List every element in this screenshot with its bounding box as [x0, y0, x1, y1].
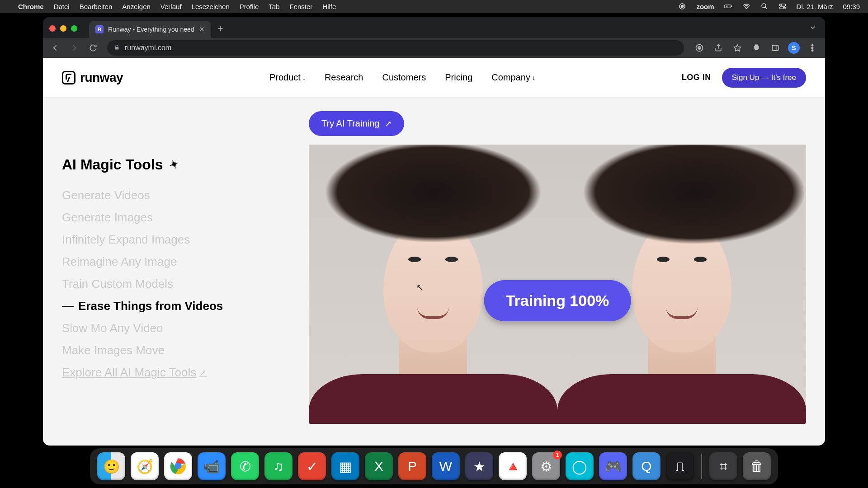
- signup-button[interactable]: Sign Up — It's free: [722, 68, 806, 88]
- bookmark-star-icon[interactable]: [731, 42, 744, 54]
- page-content: Try AI Training ↗ AI Magic Tools ✦ Gener…: [43, 98, 825, 446]
- tool-list: Generate Videos Generate Images Infinite…: [62, 188, 279, 380]
- close-window-button[interactable]: [49, 25, 56, 32]
- dock-trello[interactable]: ▦: [331, 452, 359, 480]
- main-nav: Product↓ Research Customers Pricing Comp…: [123, 72, 682, 83]
- new-tab-button[interactable]: +: [217, 23, 223, 34]
- record-icon[interactable]: [678, 2, 686, 10]
- profile-avatar[interactable]: S: [788, 42, 800, 54]
- dock-settings[interactable]: ⚙1: [532, 452, 560, 480]
- svg-point-16: [811, 45, 813, 46]
- chevron-down-icon: ↓: [532, 74, 535, 81]
- tab-title: Runway - Everything you need: [108, 26, 194, 33]
- search-icon[interactable]: [760, 2, 769, 10]
- svg-line-6: [765, 7, 767, 9]
- dock-chrome[interactable]: [164, 452, 192, 480]
- menu-bearbeiten[interactable]: Bearbeiten: [80, 3, 113, 10]
- google-account-icon[interactable]: G: [693, 42, 706, 54]
- menubar-date[interactable]: Di. 21. März: [797, 3, 833, 10]
- lock-icon: [113, 44, 120, 52]
- dock-imovie[interactable]: ★: [465, 452, 493, 480]
- battery-icon[interactable]: [724, 2, 732, 10]
- share-icon[interactable]: [712, 42, 725, 54]
- chevron-down-icon: ↓: [302, 74, 306, 81]
- menu-fenster[interactable]: Fenster: [290, 3, 313, 10]
- magic-wand-icon: ✦: [167, 156, 181, 173]
- dock-whatsapp[interactable]: ✆: [231, 452, 259, 480]
- dock-finder[interactable]: 🙂: [97, 452, 125, 480]
- dock-todoist[interactable]: ✓: [298, 452, 326, 480]
- dock-trash[interactable]: 🗑: [743, 452, 771, 480]
- extensions-icon[interactable]: [750, 42, 763, 54]
- nav-pricing[interactable]: Pricing: [445, 72, 472, 83]
- svg-point-10: [783, 7, 784, 9]
- browser-tab[interactable]: R Runway - Everything you need ✕: [89, 21, 211, 38]
- cta-label: Try AI Training: [321, 118, 379, 129]
- tool-slow-mo[interactable]: Slow Mo Any Video: [62, 321, 279, 335]
- tool-generate-videos[interactable]: Generate Videos: [62, 188, 279, 202]
- fullscreen-window-button[interactable]: [71, 25, 77, 32]
- address-bar[interactable]: runwayml.com: [107, 40, 684, 56]
- svg-point-1: [681, 5, 684, 8]
- url-text: runwayml.com: [125, 44, 171, 52]
- dock-excel[interactable]: X: [365, 452, 393, 480]
- menu-tab[interactable]: Tab: [269, 3, 279, 10]
- back-button[interactable]: [47, 40, 63, 56]
- tool-train-models[interactable]: Train Custom Models: [62, 277, 279, 291]
- nav-company[interactable]: Company↓: [491, 72, 535, 83]
- chrome-menu-icon[interactable]: [806, 42, 819, 54]
- login-link[interactable]: LOG IN: [682, 73, 711, 82]
- mac-dock: 🙂 🧭 📹 ✆ ♫ ✓ ▦ X P W ★ 🔺 ⚙1 ◯ 🎮 Q ⎍ ⌗ 🗑: [90, 448, 778, 484]
- try-ai-training-button[interactable]: Try AI Training ↗: [309, 111, 404, 136]
- dock-word[interactable]: W: [432, 452, 460, 480]
- sidepanel-icon[interactable]: [769, 42, 782, 54]
- menubar-time[interactable]: 09:39: [843, 3, 860, 10]
- menu-verlauf[interactable]: Verlauf: [160, 3, 182, 10]
- wifi-icon[interactable]: [742, 2, 750, 10]
- hero-video-preview: ↖ Training 100%: [309, 145, 806, 424]
- menu-datei[interactable]: Datei: [54, 3, 70, 10]
- training-progress-pill: Training 100%: [484, 280, 631, 321]
- svg-point-8: [780, 5, 782, 6]
- svg-rect-2: [724, 5, 731, 8]
- dock-quicktime[interactable]: Q: [632, 452, 660, 480]
- svg-rect-14: [772, 45, 778, 51]
- dock-safari[interactable]: 🧭: [131, 452, 159, 480]
- menu-anzeigen[interactable]: Anzeigen: [122, 3, 151, 10]
- tool-images-move[interactable]: Make Images Move: [62, 343, 279, 357]
- tab-close-icon[interactable]: ✕: [199, 25, 205, 33]
- tool-erase-from-videos[interactable]: Erase Things from Videos: [62, 299, 279, 313]
- menubar-app-name[interactable]: Chrome: [18, 3, 44, 10]
- dock-zoom[interactable]: 📹: [198, 452, 226, 480]
- menu-hilfe[interactable]: Hilfe: [322, 3, 336, 10]
- tool-generate-images[interactable]: Generate Images: [62, 211, 279, 225]
- tool-expand-images[interactable]: Infinitely Expand Images: [62, 233, 279, 247]
- nav-research[interactable]: Research: [325, 72, 363, 83]
- menu-profile[interactable]: Profile: [240, 3, 259, 10]
- dock-app-teal[interactable]: ◯: [566, 452, 594, 480]
- site-logo[interactable]: runway: [62, 70, 123, 85]
- dock-powerpoint[interactable]: P: [398, 452, 426, 480]
- reload-button[interactable]: [85, 40, 101, 56]
- minimize-window-button[interactable]: [60, 25, 66, 32]
- dock-voice-memos[interactable]: ⎍: [666, 452, 694, 480]
- svg-point-17: [811, 47, 813, 48]
- tool-explore-all[interactable]: Explore All AI Magic Tools ↗: [62, 366, 279, 380]
- menu-lesezeichen[interactable]: Lesezeichen: [192, 3, 230, 10]
- logo-text: runway: [80, 70, 123, 85]
- svg-point-5: [762, 4, 766, 8]
- forward-button[interactable]: [66, 40, 82, 56]
- dock-discord[interactable]: 🎮: [599, 452, 627, 480]
- dock-calculator[interactable]: ⌗: [709, 452, 737, 480]
- svg-rect-11: [115, 47, 119, 49]
- dock-drive[interactable]: 🔺: [499, 452, 527, 480]
- tool-reimagine-image[interactable]: Reimagine Any Image: [62, 255, 279, 269]
- nav-customers[interactable]: Customers: [382, 72, 426, 83]
- mac-menubar: Chrome Datei Bearbeiten Anzeigen Verlauf…: [0, 0, 868, 13]
- tab-overflow-icon[interactable]: [809, 23, 817, 33]
- dock-spotify[interactable]: ♫: [264, 452, 292, 480]
- zoom-menubar[interactable]: zoom: [696, 3, 714, 10]
- control-center-icon[interactable]: [778, 2, 787, 10]
- mouse-cursor-icon: ↖: [416, 282, 423, 292]
- nav-product[interactable]: Product↓: [269, 72, 306, 83]
